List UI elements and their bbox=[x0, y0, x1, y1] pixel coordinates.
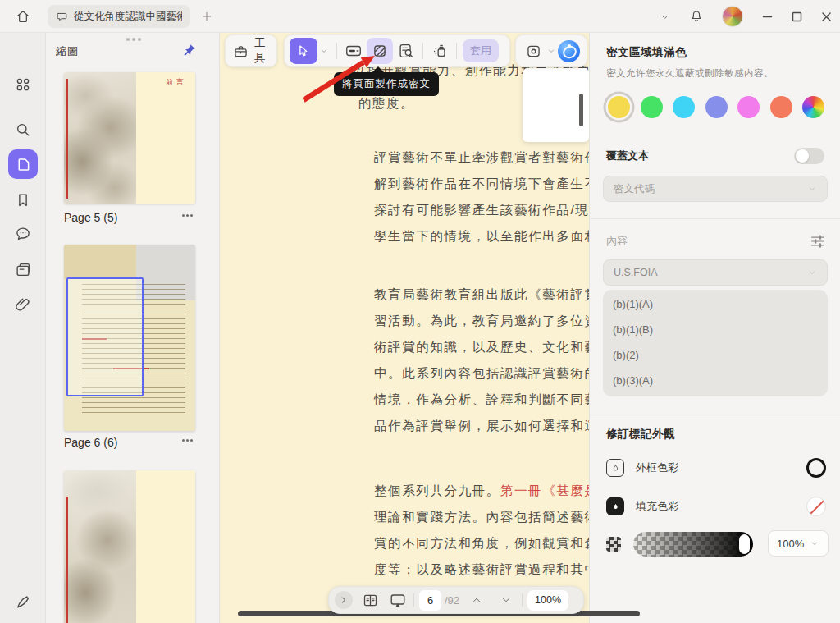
page-thumbnail-7[interactable] bbox=[64, 470, 195, 623]
apply-button[interactable]: 套用 bbox=[463, 39, 499, 62]
opacity-slider-handle[interactable] bbox=[739, 534, 750, 554]
book-view-icon[interactable] bbox=[359, 589, 381, 611]
doc-text-line: 教育局藝術教育組出版此《藝術評賞系列》的 bbox=[374, 286, 589, 304]
spray-redact-icon[interactable] bbox=[429, 40, 450, 62]
current-view-rectangle[interactable] bbox=[66, 277, 144, 396]
bell-icon[interactable] bbox=[689, 9, 704, 24]
thumbnails-panel: 縮圖 前言 Page 5 (5) Page 6 (6) bbox=[46, 33, 220, 623]
page-label: Page 6 (6) bbox=[64, 436, 117, 449]
appearance-title: 修訂標記外觀 bbox=[606, 427, 675, 442]
next-page-button[interactable] bbox=[495, 589, 517, 611]
minimize-button[interactable] bbox=[761, 11, 773, 22]
doc-text-line: 整個系列共分九冊。第一冊《甚麼是藝術評賞 bbox=[374, 483, 589, 500]
swatch-pink[interactable] bbox=[737, 96, 760, 118]
swatch-yellow[interactable] bbox=[608, 96, 630, 118]
signature-icon[interactable] bbox=[14, 593, 32, 611]
home-button[interactable] bbox=[11, 6, 34, 27]
outline-color-label: 外框色彩 bbox=[636, 460, 806, 475]
chevron-down-icon[interactable] bbox=[659, 11, 671, 23]
thumb-page-bg bbox=[136, 470, 195, 623]
thumbnails-panel-title: 縮圖 bbox=[56, 44, 79, 59]
ai-assistant-icon[interactable] bbox=[558, 40, 580, 62]
doc-text-line: 度等；以及略述藝術評賞過程和其中所使用的 bbox=[374, 561, 589, 579]
previous-page-button[interactable] bbox=[466, 589, 487, 611]
thumb-block bbox=[64, 245, 136, 279]
page-navigation-bar: 6 /92 100% bbox=[328, 586, 584, 614]
panel-subtitle: 密文允许您永久遮蔽或刪除敏感内容。 bbox=[606, 67, 774, 80]
page-total-label: /92 bbox=[445, 594, 459, 607]
page-number-input[interactable]: 6 bbox=[419, 590, 441, 611]
save-ai-group bbox=[515, 34, 587, 67]
paperclip-icon[interactable] bbox=[14, 295, 32, 314]
outline-color-swatch[interactable] bbox=[806, 458, 826, 478]
sidebar-item-thumbnails[interactable] bbox=[8, 149, 38, 179]
doc-text-line: 術評賞的知識，以及歷史、文化和藝術情境等 bbox=[374, 339, 589, 356]
presentation-icon[interactable] bbox=[387, 589, 409, 611]
swatch-cyan[interactable] bbox=[673, 96, 695, 118]
redact-text-icon[interactable] bbox=[343, 40, 364, 62]
tab-title: 從文化角度認識中國藝術 bbox=[74, 10, 182, 24]
save-dropdown-chevron[interactable] bbox=[546, 40, 557, 62]
swatch-coral[interactable] bbox=[770, 96, 792, 118]
page-menu-button[interactable] bbox=[180, 207, 195, 218]
zoom-level-button[interactable]: 100% bbox=[527, 590, 568, 611]
pin-icon[interactable] bbox=[181, 43, 198, 59]
add-tab-button[interactable] bbox=[197, 7, 217, 26]
foia-item[interactable]: (b)(3)(A) bbox=[603, 368, 828, 393]
doc-text-line: 探討有可能影響產生該藝術作品/現象的歷史情 bbox=[374, 202, 589, 219]
avatar[interactable] bbox=[722, 6, 743, 27]
document-tab[interactable]: 從文化角度認識中國藝術 bbox=[48, 5, 190, 28]
redaction-code-dropdown[interactable]: 密文代碼 bbox=[603, 176, 828, 202]
pointer-tool-button[interactable] bbox=[290, 38, 317, 64]
page-menu-button[interactable] bbox=[180, 432, 195, 443]
outline-color-icon bbox=[606, 459, 624, 477]
preset-dropdown[interactable]: U.S.FOIA bbox=[603, 259, 828, 286]
opacity-slider[interactable] bbox=[633, 532, 753, 557]
opacity-value-dropdown[interactable]: 100% bbox=[768, 530, 829, 557]
swatch-green[interactable] bbox=[641, 96, 663, 118]
dropdown-popup bbox=[523, 68, 589, 142]
file-copy-icon[interactable] bbox=[14, 261, 32, 279]
close-button[interactable] bbox=[820, 11, 832, 22]
popup-scrollbar[interactable] bbox=[579, 94, 583, 126]
thumb-painting bbox=[64, 72, 136, 204]
content-label: 內容 bbox=[606, 234, 628, 249]
overlay-text-toggle[interactable] bbox=[794, 148, 824, 164]
comment-icon[interactable] bbox=[14, 225, 32, 243]
filter-sliders-icon[interactable] bbox=[810, 234, 826, 249]
fill-color-swatches bbox=[608, 92, 824, 121]
save-icon[interactable] bbox=[523, 40, 544, 62]
fill-color-label: 填充色彩 bbox=[636, 499, 806, 514]
doc-text-line: 評賞藝術不單止牽涉觀賞者對藝術作品的表象 bbox=[374, 149, 589, 167]
tooltip: 將頁面製作成密文 bbox=[334, 72, 439, 96]
panel-drag-handle[interactable] bbox=[126, 38, 130, 41]
foia-item[interactable]: (b)(1)(B) bbox=[603, 317, 828, 342]
tools-icon[interactable] bbox=[232, 40, 249, 62]
swatch-custom-rainbow[interactable] bbox=[802, 96, 824, 118]
pointer-dropdown-chevron[interactable] bbox=[317, 40, 331, 62]
foia-item[interactable]: (b)(2) bbox=[603, 342, 828, 368]
maximize-button[interactable] bbox=[791, 11, 802, 22]
foia-exemption-list: (b)(1)(A) (b)(1)(B) (b)(2) (b)(3)(A) bbox=[603, 290, 828, 396]
redaction-properties-panel: 密文區域填滿色 密文允许您永久遮蔽或刪除敏感内容。 覆蓋文本 密文代碼 內容 bbox=[589, 33, 840, 623]
page-thumbnail-6[interactable] bbox=[64, 245, 195, 431]
redact-page-button[interactable] bbox=[367, 38, 393, 64]
chevron-down-icon bbox=[807, 184, 817, 194]
tools-button[interactable]: 工具 bbox=[254, 36, 270, 66]
doc-text-line: 理論和實踐方法。內容包括簡述藝術理論、藝 bbox=[374, 509, 589, 526]
tab-chat-icon bbox=[56, 11, 68, 23]
doc-text-line: 的態度。 bbox=[358, 95, 414, 112]
expand-button[interactable] bbox=[335, 591, 353, 609]
fill-color-swatch-none[interactable] bbox=[806, 497, 826, 516]
chevron-down-icon bbox=[810, 538, 819, 548]
search-redact-icon[interactable] bbox=[395, 40, 417, 62]
bookmark-icon[interactable] bbox=[14, 191, 32, 209]
grid-icon[interactable] bbox=[14, 76, 32, 94]
page-thumbnail-5[interactable]: 前言 bbox=[64, 72, 195, 204]
fill-color-icon bbox=[606, 497, 624, 515]
foia-item[interactable]: (b)(1)(A) bbox=[603, 291, 828, 317]
document-viewport[interactable]: 以提升觀賞能力、創作能力和思考能力， 的態度。 評賞藝術不單止牽涉觀賞者對藝術作… bbox=[220, 33, 589, 623]
search-icon[interactable] bbox=[14, 121, 32, 139]
swatch-periwinkle[interactable] bbox=[705, 96, 728, 118]
doc-text-line: 情境，作為分析、詮釋和判斷不同藝術品或現 bbox=[374, 392, 589, 409]
